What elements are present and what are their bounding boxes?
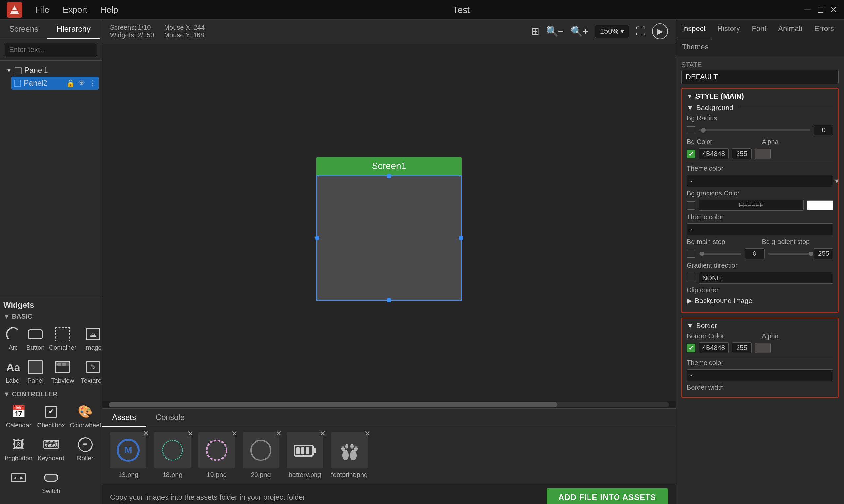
mouse-x-info: Mouse X: 244 bbox=[164, 24, 204, 31]
search-input[interactable] bbox=[5, 42, 97, 57]
tree-item-panel2[interactable]: Panel2 🔒 👁 ⋮ bbox=[11, 77, 98, 90]
tab-hierarchy[interactable]: Hierarchy bbox=[48, 20, 100, 39]
play-button[interactable]: ▶ bbox=[652, 23, 668, 39]
tab-assets[interactable]: Assets bbox=[102, 409, 146, 427]
tab-history[interactable]: History bbox=[712, 20, 746, 38]
zoom-out-button[interactable]: 🔍− bbox=[546, 25, 564, 37]
border-color-swatch[interactable] bbox=[755, 343, 771, 353]
widget-switch[interactable]: Switch bbox=[36, 466, 67, 498]
bg-radius-checkbox[interactable] bbox=[687, 126, 695, 134]
tree-item-panel1[interactable]: ▼ Panel1 bbox=[3, 64, 98, 77]
gradient-dir-checkbox[interactable] bbox=[687, 274, 695, 282]
widget-container[interactable]: Container bbox=[48, 323, 77, 354]
colorwheel-label: Colorwheel bbox=[70, 421, 101, 429]
minimize-button[interactable]: ─ bbox=[805, 4, 811, 15]
state-select[interactable]: DEFAULT bbox=[681, 70, 839, 84]
background-arrow[interactable]: ▼ bbox=[687, 104, 694, 112]
clip-corner-label: Clip corner bbox=[687, 286, 833, 294]
bg-color-checkbox[interactable]: ✔ bbox=[687, 150, 695, 158]
tab-inspect[interactable]: Inspect bbox=[676, 20, 712, 38]
asset-item-footprint: ✕ footprint.png bbox=[331, 432, 367, 479]
panel1-checkbox[interactable] bbox=[15, 67, 22, 74]
svg-point-15 bbox=[345, 444, 348, 449]
tab-screens[interactable]: Screens bbox=[0, 20, 48, 39]
asset-close-13[interactable]: ✕ bbox=[143, 430, 149, 438]
border-color-checkbox[interactable]: ✔ bbox=[687, 344, 695, 353]
svg-point-17 bbox=[355, 446, 358, 451]
gradient-stop-slider[interactable] bbox=[768, 253, 811, 255]
tab-font[interactable]: Font bbox=[746, 20, 772, 38]
toolbar-controls: ⊞ 🔍− 🔍+ 150% ▾ ⛶ ▶ bbox=[531, 23, 668, 39]
hierarchy-tree: ▼ Panel1 Panel2 🔒 👁 ⋮ bbox=[0, 61, 102, 297]
widget-roller[interactable]: ≡ Roller bbox=[68, 433, 102, 465]
tab-themes[interactable]: Themes bbox=[676, 38, 714, 56]
widget-button[interactable]: Button bbox=[25, 323, 46, 354]
screen-canvas[interactable] bbox=[317, 175, 462, 301]
widget-colorwheel[interactable]: 🎨 Colorwheel bbox=[68, 400, 102, 431]
widget-label[interactable]: Aa Label bbox=[3, 356, 23, 387]
tab-console[interactable]: Console bbox=[146, 409, 195, 427]
lock-icon[interactable]: 🔒 bbox=[66, 79, 75, 88]
stop-checkbox[interactable] bbox=[687, 250, 695, 258]
style-main-arrow[interactable]: ▼ bbox=[687, 93, 693, 100]
screenshot-button[interactable]: ⊞ bbox=[531, 25, 539, 37]
canvas-area[interactable]: Screen1 bbox=[102, 43, 676, 401]
handle-top-center[interactable] bbox=[387, 174, 391, 178]
widget-checkbox[interactable]: ✔ Checkbox bbox=[36, 400, 67, 431]
bg-radius-slider[interactable] bbox=[699, 129, 810, 131]
bg-gradients-checkbox[interactable] bbox=[687, 201, 695, 210]
handle-mid-left[interactable] bbox=[315, 236, 320, 240]
menu-export[interactable]: Export bbox=[62, 5, 87, 15]
style-main-section: ▼ STYLE (MAIN) ▼ Background Bg Radius bbox=[681, 88, 839, 313]
bg-color-label: Bg Color bbox=[687, 138, 759, 146]
eye-icon[interactable]: 👁 bbox=[78, 79, 85, 88]
main-stop-slider[interactable] bbox=[699, 253, 741, 255]
asset-close-18[interactable]: ✕ bbox=[187, 430, 193, 438]
add-assets-button[interactable]: ADD FILE INTO ASSETS bbox=[546, 488, 668, 504]
handle-mid-right[interactable] bbox=[459, 236, 463, 240]
widget-keyboard[interactable]: ⌨ Keyboard bbox=[36, 433, 67, 465]
fullscreen-button[interactable]: ⛶ bbox=[636, 26, 646, 37]
tab-errors[interactable]: Errors bbox=[808, 20, 840, 38]
widget-tabview[interactable]: Tabview bbox=[48, 356, 77, 387]
zoom-in-button[interactable]: 🔍+ bbox=[570, 25, 589, 37]
tab-animati[interactable]: Animati bbox=[772, 20, 808, 38]
svg-rect-9 bbox=[297, 447, 300, 454]
panel2-checkbox[interactable] bbox=[14, 80, 21, 87]
border-label: Border bbox=[696, 322, 717, 330]
menu-file[interactable]: File bbox=[36, 5, 50, 15]
border-arrow[interactable]: ▼ bbox=[687, 322, 694, 330]
footer-text: Copy your images into the assets folder … bbox=[110, 493, 305, 502]
widget-panel[interactable]: Panel bbox=[25, 356, 46, 387]
canvas-scrollbar[interactable] bbox=[109, 402, 669, 407]
border-color-value-row: ✔ 4B4848 255 bbox=[687, 342, 833, 353]
asset-close-19[interactable]: ✕ bbox=[231, 430, 237, 438]
bg-alpha-label: Alpha bbox=[762, 138, 834, 146]
bottom-panel: Assets Console ✕ M 13.png bbox=[102, 409, 676, 504]
gradient-dir-select[interactable]: NONE bbox=[699, 272, 833, 284]
close-button[interactable]: ✕ bbox=[830, 4, 838, 15]
bg-gradients-swatch[interactable] bbox=[807, 200, 833, 210]
svg-point-13 bbox=[350, 450, 357, 461]
theme-color2-select[interactable]: - bbox=[687, 223, 833, 235]
widget-calendar[interactable]: 📅 Calendar bbox=[3, 400, 34, 431]
assets-grid: ✕ M 13.png ✕ bbox=[102, 427, 676, 484]
widget-imgbutton[interactable]: 🖼 Imgbutton bbox=[3, 433, 34, 465]
handle-bottom-center[interactable] bbox=[387, 298, 391, 302]
zoom-display[interactable]: 150% ▾ bbox=[595, 25, 629, 38]
asset-close-battery[interactable]: ✕ bbox=[320, 430, 326, 438]
svg-point-5 bbox=[207, 440, 227, 460]
border-theme-select[interactable]: - bbox=[687, 369, 833, 381]
bg-gradient-stop-label: Bg gradient stop bbox=[762, 238, 834, 246]
menu-help[interactable]: Help bbox=[101, 5, 118, 15]
widget-spinbox[interactable]: ◂▸ bbox=[3, 466, 34, 498]
widget-arc[interactable]: Arc bbox=[3, 323, 23, 354]
bg-color-swatch[interactable] bbox=[755, 149, 771, 159]
widgets-title: Widgets bbox=[3, 300, 98, 309]
bg-image-arrow[interactable]: ▶ bbox=[687, 297, 692, 305]
more-icon[interactable]: ⋮ bbox=[89, 79, 96, 88]
asset-close-20[interactable]: ✕ bbox=[276, 430, 282, 438]
asset-close-footprint[interactable]: ✕ bbox=[364, 430, 370, 438]
theme-color-select[interactable]: - bbox=[687, 175, 833, 187]
maximize-button[interactable]: □ bbox=[818, 4, 823, 15]
